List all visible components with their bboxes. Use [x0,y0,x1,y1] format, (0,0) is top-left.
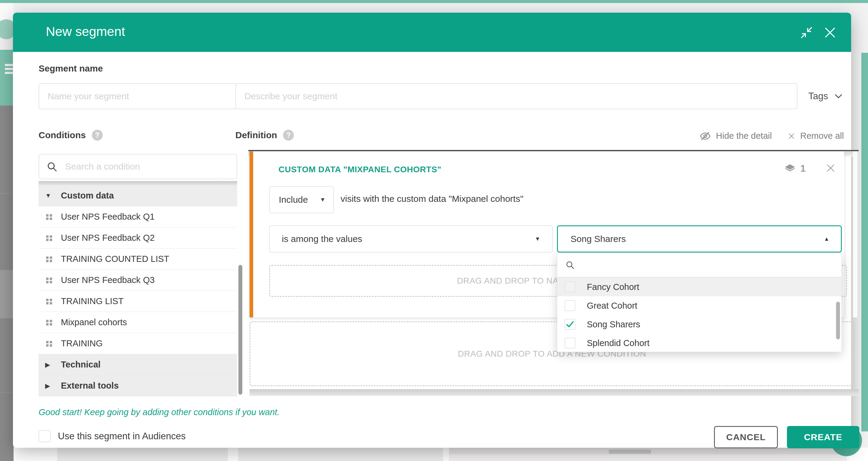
tags-label: Tags [808,91,828,102]
option-label: Fancy Cohort [587,282,639,292]
drag-handle-icon [45,234,53,242]
segment-name-input[interactable] [38,83,237,109]
checkbox-icon[interactable] [564,300,575,311]
operator-select[interactable]: is among the values ▼ [269,225,553,253]
condition-label: TRAINING LIST [61,296,124,306]
condition-label: Mixpanel cohorts [61,317,127,327]
modal-header: New segment [13,13,851,52]
condition-search-input[interactable] [38,154,237,179]
collapse-button[interactable] [800,26,813,39]
definition-hscroll-track[interactable] [250,389,859,396]
condition-group-external-tools[interactable]: ▶External tools [38,375,237,397]
checkbox-checked-icon[interactable] [564,319,575,330]
value-option-song-sharers[interactable]: Song Sharers [557,315,841,334]
value-dropdown-panel: Fancy CohortGreat CohortSong SharersSple… [557,253,842,352]
app-sidebar-fragment [0,106,13,461]
dropdown-scrollbar-thumb[interactable] [836,302,840,339]
conditions-label: Conditions [38,130,86,140]
collapse-icon [800,26,813,39]
triangle-right-icon: ▶ [45,361,53,368]
audiences-checkbox-row[interactable]: Use this segment in Audiences [38,430,186,442]
conditions-scrollbar-thumb[interactable] [239,265,242,395]
app-menu-button[interactable] [0,50,13,106]
condition-item-training-list[interactable]: TRAINING LIST [38,291,237,312]
condition-item-user-nps-feedback-q2[interactable]: User NPS Feedback Q2 [38,228,237,249]
value-options: Fancy CohortGreat CohortSong SharersSple… [557,278,841,352]
value-select[interactable]: Song Sharers ▲ [557,225,842,253]
triangle-down-icon: ▼ [320,196,333,203]
condition-remove-button[interactable] [826,163,836,173]
condition-label: User NPS Feedback Q1 [61,212,155,222]
segment-description-input[interactable] [236,83,798,109]
audiences-checkbox[interactable] [38,430,51,442]
drag-handle-icon [45,340,53,348]
condition-label: Custom data [61,191,114,201]
drag-handle-icon [45,213,53,221]
hide-detail-button[interactable]: Hide the detail [699,131,772,141]
segment-tip-text: Good start! Keep going by adding other c… [38,407,280,417]
search-icon [565,260,575,270]
dropdown-search[interactable] [557,253,841,278]
definition-label: Definition [236,130,277,140]
audiences-label: Use this segment in Audiences [58,431,186,442]
condition-label: Technical [61,359,101,370]
remove-all-x-icon [787,132,795,140]
condition-sentence: visits with the custom data "Mixpanel co… [341,194,524,204]
conditions-list-scroll-track[interactable] [38,181,237,185]
modal-close-button[interactable] [824,26,837,39]
condition-item-mixpanel-cohorts[interactable]: Mixpanel cohorts [38,312,237,333]
condition-item-training-counted-list[interactable]: TRAINING COUNTED LIST [38,249,237,270]
triangle-down-icon: ▼ [45,192,53,199]
value-option-splendid-cohort[interactable]: Splendid Cohort [557,334,841,352]
option-label: Great Cohort [587,301,638,311]
condition-label: User NPS Feedback Q2 [61,233,155,243]
sidebar-active-item [0,270,13,318]
drag-handle-icon [45,319,53,326]
value-option-fancy-cohort[interactable]: Fancy Cohort [557,278,841,296]
checkbox-icon[interactable] [564,282,575,292]
app-bar-fragment [0,3,13,20]
option-label: Song Sharers [587,319,640,329]
eye-off-icon [699,131,711,141]
condition-item-training[interactable]: TRAINING [38,333,237,354]
condition-item-user-nps-feedback-q1[interactable]: User NPS Feedback Q1 [38,206,237,228]
search-icon [46,161,58,173]
drag-handle-icon [45,297,53,305]
include-select[interactable]: Include ▼ [269,186,334,213]
definition-help-icon[interactable]: ? [283,130,294,141]
segment-name-label: Segment name [38,63,103,74]
triangle-up-icon: ▲ [824,236,841,242]
cancel-button[interactable]: CANCEL [714,426,778,448]
close-icon [826,163,836,173]
condition-item-user-nps-feedback-q3[interactable]: User NPS Feedback Q3 [38,270,237,291]
drag-handle-icon [45,276,53,284]
close-icon [824,26,837,39]
check-icon [566,321,575,328]
app-top-strip [0,0,868,3]
condition-group-custom-data[interactable]: ▼Custom data [38,185,237,206]
triangle-down-icon: ▼ [535,236,553,242]
create-button[interactable]: CREATE [787,426,859,448]
condition-layer-count: 1 [784,163,806,174]
conditions-help-icon[interactable]: ? [92,130,103,141]
condition-card-title: CUSTOM DATA "MIXPANEL COHORTS" [278,165,441,174]
app-right-strip [861,53,868,431]
condition-label: External tools [61,381,119,391]
condition-label: TRAINING COUNTED LIST [61,254,169,264]
condition-group-technical[interactable]: ▶Technical [38,354,237,375]
triangle-right-icon: ▶ [45,382,53,390]
option-label: Splendid Cohort [587,338,650,348]
definition-vscroll-lane[interactable] [852,151,858,317]
tags-dropdown[interactable]: Tags [808,89,860,104]
chevron-down-icon [835,93,842,99]
layers-icon [784,164,796,174]
modal-title: New segment [46,24,125,39]
condition-label: User NPS Feedback Q3 [61,275,155,285]
checkbox-icon[interactable] [564,338,575,348]
value-option-great-cohort[interactable]: Great Cohort [557,296,841,315]
conditions-list: ▼Custom dataUser NPS Feedback Q1User NPS… [38,185,237,397]
remove-all-button[interactable]: Remove all [787,131,844,141]
drag-handle-icon [45,255,53,263]
page-content-fragment [13,448,868,461]
new-segment-modal: New segment Segment name Tags [13,13,851,448]
